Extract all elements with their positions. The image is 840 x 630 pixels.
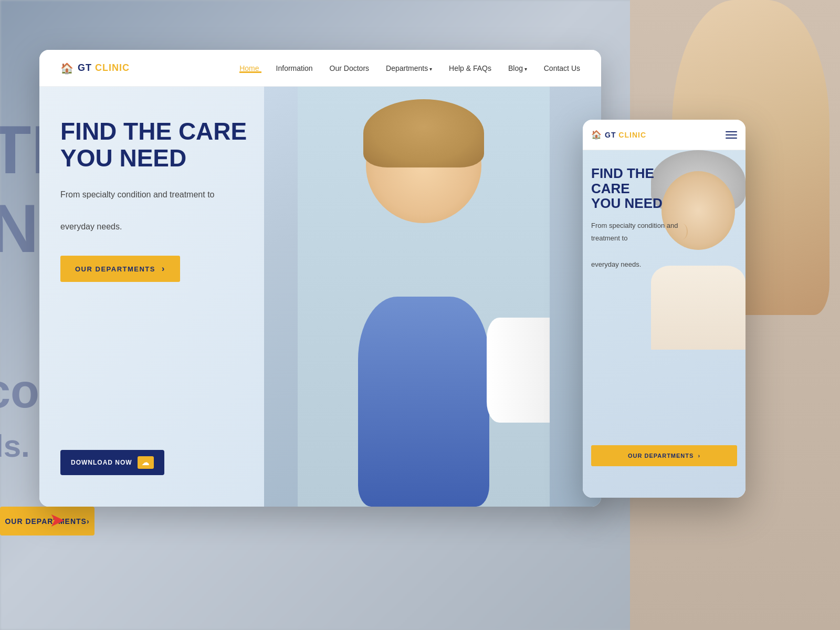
bg-button-label: OUR DEPARTMENTS	[5, 517, 87, 526]
nav-item-blog[interactable]: Blog	[508, 64, 527, 72]
mobile-logo-text: GT CLINIC	[605, 131, 646, 139]
hamburger-line-1	[726, 131, 737, 132]
logo-text: GT CLINIC	[78, 62, 130, 74]
desktop-navbar: 🏠 GT CLINIC Home Information Our Doctors…	[39, 50, 601, 87]
hero-title: FIND THE CARE YOU NEED	[60, 118, 281, 171]
departments-button[interactable]: OUR DEPARTMENTS ›	[60, 256, 180, 282]
desktop-card: 🏠 GT CLINIC Home Information Our Doctors…	[39, 50, 601, 507]
mobile-hero-content: FIND THE CARE YOU NEED From specialty co…	[591, 166, 686, 284]
bg-button-arrow: ›	[87, 517, 90, 526]
mobile-hero-title: FIND THE CARE YOU NEED	[591, 166, 686, 211]
bg-text-fragment-4: ds.	[0, 430, 30, 462]
bg-button-fragment: OUR DEPARTMENTS ›	[0, 507, 94, 536]
download-button-label: DOWNLOAD NOW	[71, 459, 132, 466]
desktop-nav-links: Home Information Our Doctors Departments…	[239, 64, 580, 73]
desktop-hero: FIND THE CARE YOU NEED From specialty co…	[39, 87, 601, 507]
download-button[interactable]: DOWNLOAD NOW ☁	[60, 450, 164, 475]
mobile-hero-subtitle: From specialty condition and treatment t…	[591, 219, 686, 271]
mobile-departments-button[interactable]: OUR DEPARTMENTS ›	[591, 445, 737, 466]
hamburger-line-2	[726, 134, 737, 135]
mobile-card: 🏠 GT CLINIC FIN	[583, 120, 746, 498]
hamburger-line-3	[726, 138, 737, 139]
departments-button-label: OUR DEPARTMENTS	[75, 265, 155, 273]
mobile-logo[interactable]: 🏠 GT CLINIC	[591, 130, 646, 140]
mobile-logo-icon: 🏠	[591, 130, 602, 140]
nav-item-information[interactable]: Information	[276, 64, 313, 72]
hero-subtitle: From specialty condition and treatment t…	[60, 187, 281, 235]
mobile-departments-label: OUR DEPARTMENTS	[628, 453, 694, 459]
hero-background-image	[264, 87, 601, 507]
nav-item-contact[interactable]: Contact Us	[544, 64, 580, 72]
download-cloud-icon: ☁	[138, 456, 154, 469]
doctor-coat-arm	[487, 318, 550, 423]
hamburger-menu-button[interactable]	[726, 131, 737, 139]
bg-text-fragment-3: co	[0, 368, 39, 415]
nav-item-doctors[interactable]: Our Doctors	[330, 64, 369, 72]
mobile-navbar: 🏠 GT CLINIC	[583, 120, 746, 150]
mobile-hero: FIND THE CARE YOU NEED From specialty co…	[583, 150, 746, 498]
hero-content: FIND THE CARE YOU NEED From specialty co…	[60, 118, 281, 282]
child-dress	[358, 297, 489, 507]
nav-active-underline	[239, 71, 261, 73]
departments-button-arrow: ›	[162, 264, 165, 274]
nav-item-help[interactable]: Help & FAQs	[449, 64, 491, 72]
desktop-logo[interactable]: 🏠 GT CLINIC	[60, 62, 130, 75]
child-hair	[363, 99, 484, 167]
hero-image-bg	[298, 87, 550, 507]
nav-item-departments[interactable]: Departments	[386, 64, 432, 72]
mobile-departments-arrow: ›	[698, 453, 700, 459]
download-arrow-icon: ➤	[50, 510, 64, 530]
logo-house-icon: 🏠	[60, 62, 74, 75]
